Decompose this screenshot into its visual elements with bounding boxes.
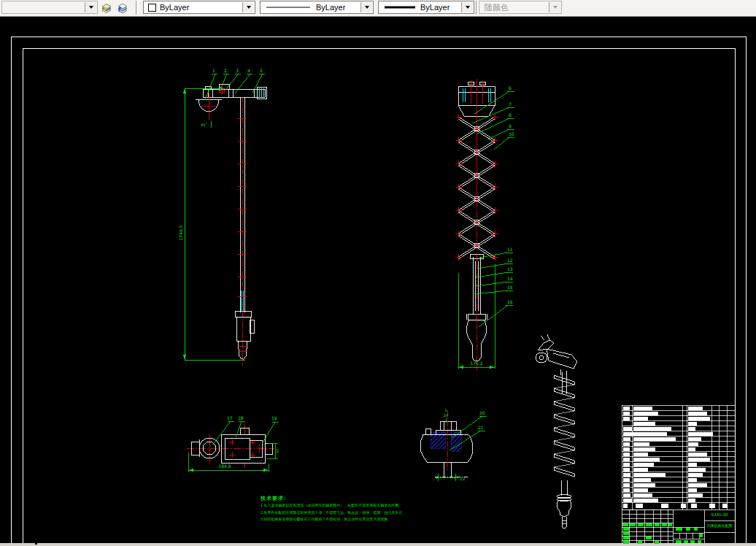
callout-label: 22: [460, 476, 466, 481]
plot-style-combo: 随颜色: [479, 1, 562, 14]
layer-combo-arrow[interactable]: [85, 2, 96, 12]
command-line-tick: [35, 543, 37, 545]
color-swatch: [148, 4, 156, 12]
drawing-code-field: SJJG-00: [705, 512, 734, 517]
section-note-bottom: 20: [444, 413, 448, 418]
callout-label: 5: [260, 68, 263, 73]
callout-label: 8: [509, 112, 512, 118]
callout-label: 16: [507, 299, 513, 304]
lineweight-combo-value: ByLayer: [420, 3, 450, 12]
dim-carriage-height: 40: [275, 449, 279, 453]
callout-label: 17: [227, 415, 233, 420]
lineweight-combo[interactable]: ByLayer: [378, 1, 474, 14]
view-carriage-side[interactable]: 184.8 40 17 18 19: [187, 415, 279, 472]
view-hub-section[interactable]: 1 20 20 21 22: [420, 408, 487, 481]
linetype-combo-value: ByLayer: [316, 3, 345, 12]
technical-requirements: 技术要求: 1.装入滚动轴承前应先清洗（成对供应的轴承除外），装配时不得直接敲击…: [261, 495, 417, 523]
dim-base-width: 176.2: [470, 361, 482, 366]
callout-label: 9: [509, 123, 512, 128]
technical-requirement-item: 1.装入滚动轴承前应先清洗（成对供应的轴承除外），装配时不得直接敲击轴承内外圈。: [261, 502, 417, 510]
technical-requirement-item: 3.回转机构各连接部位螺栓在工作载荷下不得松动，各运动件应灵活无卡滞现象。: [261, 516, 417, 523]
technical-requirements-title: 技术要求:: [261, 495, 417, 502]
object-properties-toolbar: ByLayer ByLayer ByLayer 随颜色: [0, 0, 756, 17]
model-space-canvas[interactable]: 1746.5: [0, 16, 756, 543]
dim-pole-height: 1746.5: [178, 225, 183, 240]
callout-label: 14: [507, 276, 513, 281]
lineweight-combo-arrow[interactable]: [461, 2, 473, 12]
callout-label: 21: [478, 425, 484, 430]
color-combo[interactable]: ByLayer: [143, 1, 255, 14]
make-object-layer-current-button[interactable]: [99, 1, 114, 15]
plot-style-combo-arrow: [549, 2, 560, 12]
layers-yellow-arrow-icon: [101, 2, 112, 14]
linetype-combo-arrow[interactable]: [360, 2, 372, 12]
view-scissor-front[interactable]: 176.2 6 7 8 9 10: [455, 79, 515, 372]
layers-blue-arrow-icon: [117, 2, 128, 14]
linetype-sample: [266, 5, 311, 9]
view-front-assembly[interactable]: 1746.5: [178, 68, 266, 434]
dim-carriage-length: 184.8: [218, 464, 231, 469]
toolbar-separator: [136, 1, 139, 15]
callout-label: 6: [509, 85, 512, 91]
callout-label: 3: [236, 68, 239, 73]
callout-label: 1: [212, 68, 215, 73]
callout-label: 13: [507, 266, 513, 272]
color-combo-arrow[interactable]: [242, 2, 254, 12]
drawing-name-field: 升降机构装配图: [705, 523, 734, 528]
drawing-frame: [11, 36, 746, 546]
color-combo-value: ByLayer: [160, 3, 189, 12]
lineweight-sample: [384, 5, 416, 9]
callout-label: 20: [479, 410, 485, 415]
callout-label: 19: [271, 415, 277, 420]
callout-label: 4: [247, 68, 250, 73]
cad-application-window: ByLayer ByLayer ByLayer 随颜色: [0, 0, 756, 546]
command-line-edge: [0, 543, 756, 546]
layer-combo[interactable]: [1, 1, 98, 14]
view-isometric[interactable]: [536, 334, 577, 528]
callout-label: 11: [507, 247, 513, 252]
callout-label: 7: [509, 101, 512, 107]
callout-label: 10: [509, 131, 514, 136]
callout-label: 12: [507, 258, 513, 263]
plot-style-combo-value: 随颜色: [485, 2, 509, 13]
callout-label: 2: [224, 68, 227, 73]
technical-requirement-item: 2.各零件装配前应清除毛刺并清洗干净，不得有飞边、氧化皮、锈蚀、切屑、油污及灰尘…: [261, 510, 417, 517]
section-note-top: 1: [444, 408, 447, 412]
callout-label: 18: [238, 415, 244, 420]
callout-label: 15: [507, 285, 513, 290]
angle-note: 45°: [201, 123, 207, 127]
linetype-combo[interactable]: ByLayer: [260, 1, 374, 14]
layer-previous-button[interactable]: [115, 1, 130, 15]
